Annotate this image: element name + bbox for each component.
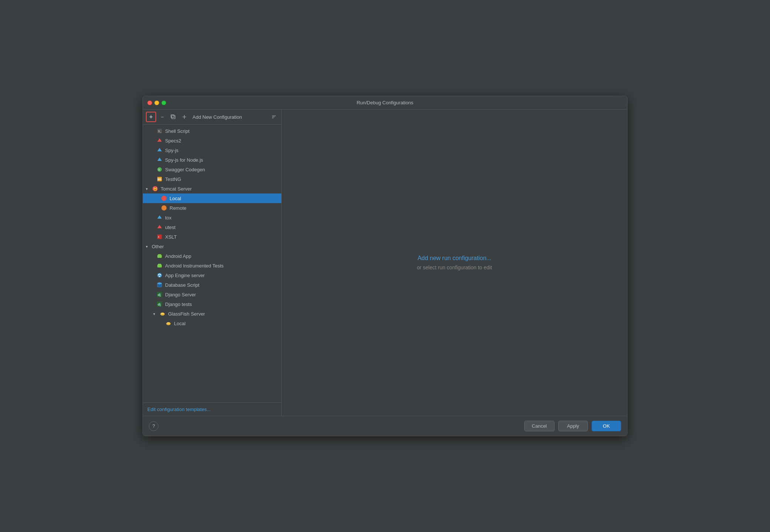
sidebar-item-tomcat-local[interactable]: Local — [143, 193, 281, 203]
spyjs-node-icon — [156, 156, 163, 163]
footer-left: ? — [149, 421, 158, 431]
list-item[interactable]: Spy-js — [143, 145, 281, 155]
sidebar-item-glassfish-local[interactable]: Local — [143, 319, 281, 328]
android-tests-label: Android Instrumented Tests — [165, 263, 224, 269]
add-configuration-button[interactable]: + — [146, 112, 156, 122]
list-item[interactable]: tox — [143, 213, 281, 222]
copy-configuration-button[interactable] — [168, 112, 178, 122]
django-server-icon: dj — [156, 291, 163, 298]
sidebar-item-database-script[interactable]: Database Script — [143, 280, 281, 290]
spyjs-label: Spy-js — [165, 148, 178, 153]
svg-text:X: X — [158, 236, 160, 238]
sort-button[interactable] — [270, 112, 278, 121]
sidebar-item-django-server[interactable]: dj Django Server — [143, 290, 281, 299]
xslt-label: XSLT — [165, 234, 177, 240]
add-new-label: Add New Configuration — [190, 114, 269, 120]
svg-text:$_: $_ — [158, 129, 161, 133]
maximize-button[interactable] — [161, 100, 166, 105]
svg-point-39 — [167, 322, 170, 324]
glassfish-local-icon — [165, 320, 172, 327]
swagger-icon: S — [156, 166, 163, 173]
sidebar-item-app-engine[interactable]: App Engine server — [143, 270, 281, 280]
svg-point-30 — [157, 283, 162, 284]
dialog-title: Run/Debug Configurations — [356, 100, 413, 105]
django-tests-label: Django tests — [165, 302, 192, 307]
list-item[interactable]: Specs2 — [143, 136, 281, 145]
run-debug-configurations-dialog: Run/Debug Configurations + − Add New Con… — [143, 96, 627, 436]
remove-configuration-button[interactable]: − — [157, 112, 167, 122]
minimize-button[interactable] — [154, 100, 159, 105]
sidebar-item-tomcat-remote[interactable]: Remote — [143, 203, 281, 213]
list-item[interactable]: NG TestNG — [143, 174, 281, 184]
svg-rect-22 — [158, 254, 161, 256]
tox-icon — [156, 214, 163, 221]
app-engine-icon — [156, 272, 163, 279]
sidebar-item-android-app[interactable]: Android App — [143, 251, 281, 261]
dialog-footer: ? Cancel Apply OK — [143, 416, 627, 436]
svg-point-13 — [161, 196, 167, 201]
add-run-configuration-link[interactable]: Add new run configuration... — [417, 255, 492, 262]
svg-text:🐱: 🐱 — [153, 187, 158, 191]
sidebar: + − Add New Configuration $_ — [143, 110, 282, 416]
utest-label: utest — [165, 225, 175, 230]
svg-text:dj: dj — [158, 303, 161, 306]
sidebar-toolbar: + − Add New Configuration — [143, 110, 281, 125]
svg-text:S: S — [158, 168, 160, 171]
svg-rect-26 — [158, 264, 161, 266]
sidebar-item-android-tests[interactable]: Android Instrumented Tests — [143, 261, 281, 270]
list-item[interactable]: X XSLT — [143, 232, 281, 242]
svg-marker-5 — [157, 148, 162, 151]
testng-label: TestNG — [165, 176, 181, 182]
svg-marker-16 — [157, 225, 162, 228]
apply-button[interactable]: Apply — [558, 421, 588, 431]
main-area: Add new run configuration... or select r… — [282, 110, 627, 416]
xslt-icon: X — [156, 233, 163, 240]
tomcat-local-label: Local — [170, 196, 181, 201]
sidebar-item-django-tests[interactable]: dj Django tests — [143, 299, 281, 309]
list-item[interactable]: S Swagger Codegen — [143, 165, 281, 174]
app-engine-label: App Engine server — [165, 273, 205, 278]
android-app-icon — [156, 253, 163, 259]
svg-rect-1 — [171, 115, 174, 118]
database-script-icon — [156, 282, 163, 288]
tomcat-remote-icon — [161, 205, 167, 211]
utest-icon — [156, 224, 163, 230]
specs2-label: Specs2 — [165, 138, 181, 144]
sidebar-item-other[interactable]: ▾ Other — [143, 242, 281, 251]
svg-point-14 — [161, 205, 167, 211]
svg-point-28 — [159, 276, 160, 277]
list-item[interactable]: $_ Shell Script — [143, 126, 281, 136]
sidebar-item-tomcat-server[interactable]: ▾ 🐱 Tomcat Server — [143, 184, 281, 193]
tomcat-remote-label: Remote — [170, 205, 187, 211]
cancel-button[interactable]: Cancel — [524, 421, 555, 431]
tomcat-icon: 🐱 — [152, 185, 158, 192]
list-item[interactable]: Spy-js for Node.js — [143, 155, 281, 165]
glassfish-label: GlassFish Server — [168, 311, 205, 317]
svg-marker-15 — [157, 215, 162, 219]
sidebar-item-glassfish[interactable]: ▾ GlassFish Server — [143, 309, 281, 319]
other-label: Other — [152, 244, 164, 249]
tomcat-local-icon — [161, 195, 167, 202]
glassfish-chevron-icon: ▾ — [153, 312, 158, 316]
swagger-label: Swagger Codegen — [165, 167, 205, 172]
help-button[interactable]: ? — [149, 421, 158, 431]
testng-icon: NG — [156, 176, 163, 182]
move-configuration-button[interactable] — [179, 112, 190, 122]
sidebar-list[interactable]: $_ Shell Script Specs2 Spy-js — [143, 125, 281, 403]
android-app-label: Android App — [165, 253, 191, 259]
list-item[interactable]: utest — [143, 222, 281, 232]
title-bar: Run/Debug Configurations — [143, 96, 627, 110]
svg-marker-4 — [157, 138, 162, 142]
glassfish-icon — [159, 310, 166, 317]
dialog-body: + − Add New Configuration $_ — [143, 110, 627, 416]
tomcat-server-label: Tomcat Server — [161, 186, 192, 192]
ok-button[interactable]: OK — [592, 421, 621, 431]
tomcat-chevron-icon: ▾ — [146, 187, 150, 191]
spyjs-icon — [156, 147, 163, 154]
footer-right: Cancel Apply OK — [524, 421, 621, 431]
sidebar-footer: Edit configuration templates... — [143, 403, 281, 416]
django-tests-icon: dj — [156, 301, 163, 307]
svg-text:dj: dj — [158, 293, 161, 297]
edit-templates-link[interactable]: Edit configuration templates... — [147, 407, 211, 412]
close-button[interactable] — [147, 100, 152, 105]
